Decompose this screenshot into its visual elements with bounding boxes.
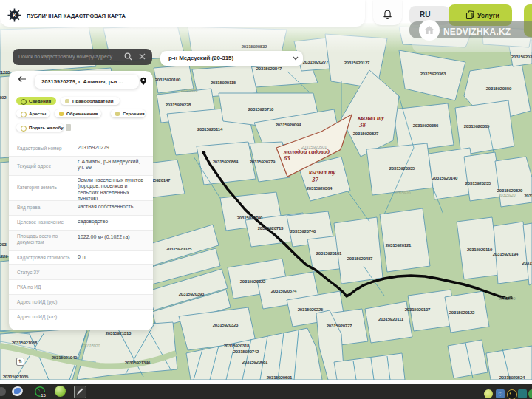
svg-text:15: 15 [41, 393, 46, 398]
svg-text:K: K [13, 13, 16, 18]
